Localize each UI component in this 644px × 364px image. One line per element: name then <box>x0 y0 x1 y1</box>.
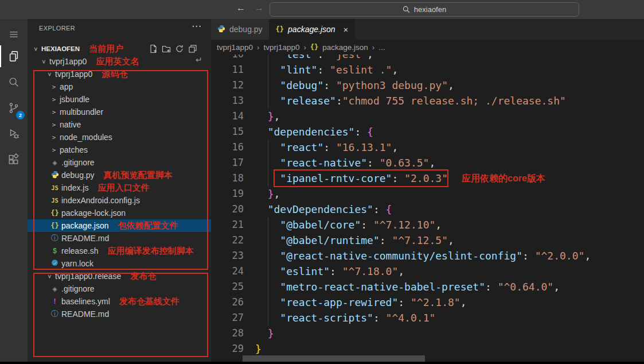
source-control-icon[interactable]: 2 <box>0 97 28 119</box>
nav-forward-icon[interactable]: → <box>255 3 264 13</box>
code-line-26[interactable]: 26 "react-app-rewired": "^2.1.8", <box>211 295 644 310</box>
info-icon: ⓘ <box>49 310 60 318</box>
tree-item-node-modules[interactable]: >node_modules <box>28 131 211 144</box>
tree-item-index-js[interactable]: JSindex.js应用入口文件 <box>28 181 211 194</box>
activity-bar: 2 <box>0 19 28 364</box>
file-tree: >HEXIAOFEN当前用户>tvprj1app0应用英文名>tvprj1app… <box>28 42 211 320</box>
tab-package-json[interactable]: {} package.json × <box>270 19 356 40</box>
code-line-29[interactable]: 29} <box>211 341 644 357</box>
line-number: 26 <box>211 295 255 310</box>
shell-dollar-icon: $ <box>49 247 60 255</box>
code-line-27[interactable]: 27 "react-scripts": "^4.0.1" <box>211 310 644 326</box>
code-line-content: "devDependencies": { <box>255 202 392 217</box>
command-center-search[interactable]: hexiaofen <box>270 2 579 17</box>
annotation-text: 真机预览配置脚本 <box>104 170 173 181</box>
tree-item-native[interactable]: >native <box>28 118 211 131</box>
breadcrumb-separator: › <box>303 43 306 52</box>
tree-item-tvprj1app0-release[interactable]: >tvprj1app0.release发布仓 <box>28 270 211 282</box>
info-icon: ⓘ <box>49 234 60 242</box>
chevron-right-icon: > <box>49 83 58 91</box>
run-debug-icon[interactable] <box>0 123 28 145</box>
tree-item--gitignore[interactable]: ◈.gitignore <box>28 282 211 295</box>
code-line-content: "react-app-rewired": "^2.1.8", <box>255 295 467 310</box>
code-line-24[interactable]: 24 "eslint": "^7.18.0", <box>211 264 644 279</box>
tree-item-package-json[interactable]: {}package.json包依赖配置文件 <box>28 219 211 232</box>
line-number: 14 <box>211 109 255 124</box>
line-number: 18 <box>211 171 255 186</box>
tree-item-readme-md[interactable]: ⓘREADME.md <box>28 232 211 245</box>
tree-item-jsbundle[interactable]: >jsbundle <box>28 93 211 106</box>
tree-item-label: .gitignore <box>61 158 95 167</box>
close-icon[interactable]: × <box>344 25 349 34</box>
code-line-content: "lint": "eslint .", <box>255 62 398 78</box>
code-line-18[interactable]: 18 "ipanel-rntv-core": "2.0.3" <box>211 171 644 186</box>
chevron-down-icon: > <box>32 44 40 53</box>
code-line-16[interactable]: 16 "react": "16.13.1", <box>211 140 644 155</box>
tree-item-indexandroid-config-js[interactable]: JSindexAndroid.config.js <box>28 194 211 207</box>
json-braces-icon: {} <box>276 25 284 33</box>
window-bottom-edge <box>0 362 644 364</box>
code-line-22[interactable]: 22 "@babel/runtime": "^7.12.5", <box>211 233 644 248</box>
breadcrumb-item[interactable]: tvprj1app0 <box>263 43 299 52</box>
tree-item-label: package-lock.json <box>61 208 126 218</box>
tree-item-app[interactable]: >app <box>28 80 211 93</box>
tree-item-debug-py[interactable]: debug.py真机预览配置脚本 <box>28 169 211 181</box>
search-view-icon[interactable] <box>0 71 28 93</box>
code-line-10[interactable]: 10 "test": "jest", <box>211 55 644 62</box>
nav-back-icon[interactable]: ← <box>236 3 245 13</box>
tree-item-baselines-yml[interactable]: !baselines.yml发布仓基线文件 <box>28 295 211 308</box>
code-line-21[interactable]: 21 "@babel/core": "^7.12.10", <box>211 217 644 233</box>
menu-icon[interactable] <box>0 24 28 45</box>
line-number: 10 <box>211 55 255 62</box>
tree-item-readme-md[interactable]: ⓘREADME.md <box>28 308 211 320</box>
tree-item-label: node_modules <box>60 133 112 142</box>
tree-item-release-sh[interactable]: $release.sh应用编译发布控制脚本 <box>28 245 211 257</box>
tree-item-yarn-lock[interactable]: yarn.lock <box>28 257 211 270</box>
breadcrumb-item[interactable]: tvprj1app0 <box>217 43 253 52</box>
chevron-right-icon: > <box>49 134 58 141</box>
tree-item-package-lock-json[interactable]: {}package-lock.json <box>28 207 211 219</box>
code-line-28[interactable]: 28 } <box>211 326 644 341</box>
code-line-content: "@babel/runtime": "^7.12.5", <box>255 233 454 248</box>
breadcrumb-item[interactable]: ... <box>378 43 385 52</box>
tree-item--gitignore[interactable]: ◈.gitignore <box>28 156 211 169</box>
tab-debug-py[interactable]: debug.py <box>211 19 270 40</box>
tree-item-patches[interactable]: >patches <box>28 144 211 156</box>
explorer-icon[interactable] <box>0 45 28 67</box>
code-line-19[interactable]: 19 }, <box>211 186 644 202</box>
line-number: 23 <box>211 248 255 264</box>
vscode-window: ← → hexiaofen 2 <box>0 0 644 364</box>
sidebar-more-actions-icon[interactable]: ⋯ <box>192 20 202 32</box>
tree-item-label: README.md <box>61 309 109 319</box>
tree-item-multibundler[interactable]: >multibundler <box>28 106 211 118</box>
chevron-right-icon: > <box>49 146 58 154</box>
breadcrumb-item[interactable]: package.json <box>322 43 368 52</box>
code-line-11[interactable]: 11 "lint": "eslint .", <box>211 62 644 78</box>
code-line-20[interactable]: 20 "devDependencies": { <box>211 202 644 217</box>
code-line-17[interactable]: 17 "react-native": "0.63.5", <box>211 155 644 171</box>
tree-item-label: index.js <box>61 183 88 192</box>
extensions-icon[interactable] <box>0 149 28 171</box>
tree-item-label: README.md <box>61 234 109 243</box>
code-line-content: "debug": "python3 debug.py", <box>255 78 454 93</box>
code-line-14[interactable]: 14 }, <box>211 109 644 124</box>
code-line-13[interactable]: 13 "release":"chmod 755 release.sh; ./re… <box>211 93 644 109</box>
code-line-25[interactable]: 25 "metro-react-native-babel-preset": "^… <box>211 279 644 295</box>
horizontal-scrollbar[interactable] <box>243 355 425 362</box>
code-line-15[interactable]: 15 "dependencies": { <box>211 124 644 140</box>
code-line-content: "release":"chmod 755 release.sh; ./relea… <box>255 93 566 109</box>
tree-item-label: multibundler <box>60 107 103 117</box>
tree-item-hexiaofen[interactable]: >HEXIAOFEN当前用户 <box>28 42 211 55</box>
breadcrumb-separator: › <box>257 43 259 52</box>
tree-item-tvprj1app0[interactable]: >tvprj1app0应用英文名 <box>28 55 211 68</box>
tree-item-tvprj1app0[interactable]: >tvprj1app0源码仓 <box>28 68 211 80</box>
code-editor[interactable]: 10 "test": "jest",11 "lint": "eslint .",… <box>211 55 644 364</box>
annotation-text: 发布仓基线文件 <box>119 296 179 307</box>
chevron-right-icon: > <box>49 121 58 129</box>
tree-item-label: indexAndroid.config.js <box>61 196 140 205</box>
chevron-down-icon: > <box>40 57 48 66</box>
code-line-23[interactable]: 23 "@react-native-community/eslint-confi… <box>211 248 644 264</box>
code-line-12[interactable]: 12 "debug": "python3 debug.py", <box>211 78 644 93</box>
line-number: 21 <box>211 217 255 233</box>
tree-item-label: debug.py <box>61 171 95 180</box>
